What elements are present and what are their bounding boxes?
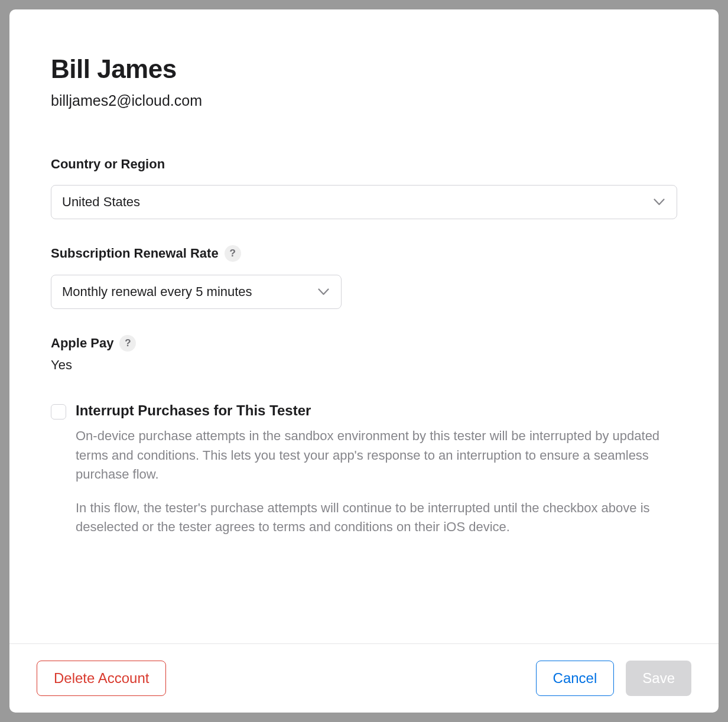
cancel-button[interactable]: Cancel [536, 661, 615, 696]
renewal-select-value: Monthly renewal every 5 minutes [62, 284, 252, 300]
help-icon[interactable]: ? [119, 335, 136, 352]
chevron-down-icon [654, 199, 665, 206]
renewal-select[interactable]: Monthly renewal every 5 minutes [51, 275, 342, 309]
interrupt-purchases-label: Interrupt Purchases for This Tester [76, 402, 311, 419]
interrupt-purchases-row: Interrupt Purchases for This Tester [51, 402, 677, 419]
apple-pay-label-text: Apple Pay [51, 336, 113, 351]
renewal-label: Subscription Renewal Rate ? [51, 245, 241, 262]
country-label: Country or Region [51, 157, 165, 172]
save-button: Save [626, 661, 691, 696]
apple-pay-label: Apple Pay ? [51, 335, 136, 352]
modal-backdrop: Bill James billjames2@icloud.com Country… [0, 0, 728, 722]
country-select[interactable]: United States [51, 185, 677, 219]
renewal-field: Subscription Renewal Rate ? Monthly rene… [51, 245, 677, 309]
renewal-label-text: Subscription Renewal Rate [51, 246, 219, 261]
interrupt-purchases-description-2: In this flow, the tester's purchase atte… [76, 499, 677, 537]
apple-pay-value: Yes [51, 357, 677, 373]
modal-footer: Delete Account Cancel Save [9, 643, 719, 713]
tester-name: Bill James [51, 54, 677, 84]
help-icon[interactable]: ? [225, 245, 241, 262]
footer-right-buttons: Cancel Save [536, 661, 691, 696]
delete-account-button[interactable]: Delete Account [37, 661, 166, 696]
tester-email: billjames2@icloud.com [51, 92, 677, 109]
tester-edit-modal: Bill James billjames2@icloud.com Country… [9, 9, 719, 713]
apple-pay-field: Apple Pay ? Yes [51, 335, 677, 373]
country-select-value: United States [62, 194, 140, 210]
modal-body: Bill James billjames2@icloud.com Country… [9, 9, 719, 643]
chevron-down-icon [318, 288, 329, 295]
interrupt-purchases-description: On-device purchase attempts in the sandb… [76, 427, 677, 484]
country-field: Country or Region United States [51, 157, 677, 219]
interrupt-purchases-checkbox[interactable] [51, 404, 66, 419]
